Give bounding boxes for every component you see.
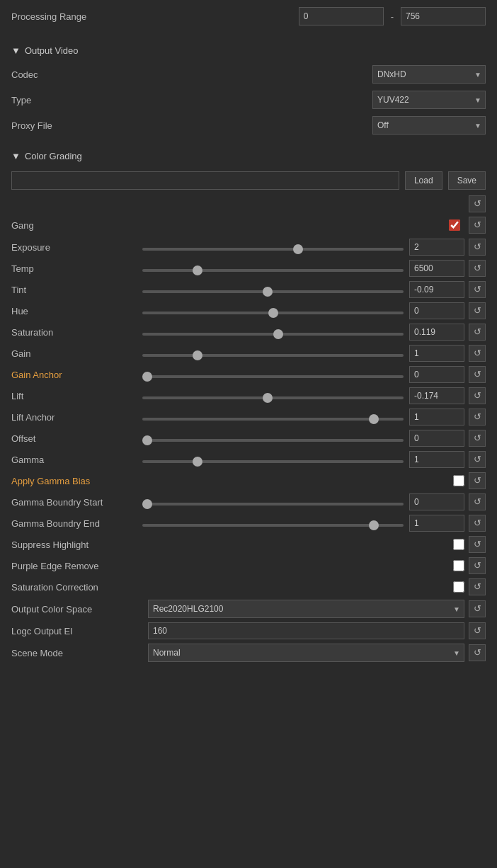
gain-slider[interactable] <box>142 354 404 357</box>
exposure-reset-button[interactable]: ↺ <box>469 239 486 256</box>
saturation-reset-button[interactable]: ↺ <box>469 324 486 341</box>
proxy-file-label: Proxy File <box>11 120 82 131</box>
output-video-header[interactable]: ▼ Output Video <box>0 40 497 62</box>
hue-row: Hue↺ <box>0 300 497 321</box>
output-video-section: Codec DNxHD ProRes H.264 ▼ Type YUV422 Y… <box>0 62 497 138</box>
gamma-value[interactable] <box>409 451 464 468</box>
lift-reset-button[interactable]: ↺ <box>469 387 486 404</box>
saturation-correction-row: Saturation Correction↺ <box>0 576 497 598</box>
tint-slider[interactable] <box>142 290 404 293</box>
codec-label: Codec <box>11 69 82 80</box>
output-color-space-reset-button[interactable]: ↺ <box>469 600 486 617</box>
lift-anchor-value[interactable] <box>409 409 464 426</box>
lift-value[interactable] <box>409 387 464 404</box>
tint-label: Tint <box>11 285 142 295</box>
offset-value[interactable] <box>409 430 464 447</box>
gamma-boundary-end-row: Gamma Boundry End↺ <box>0 513 497 534</box>
hue-reset-button[interactable]: ↺ <box>469 302 486 319</box>
suppress-highlight-checkbox-wrap <box>453 539 464 550</box>
temp-row: Temp↺ <box>0 258 497 279</box>
color-grading-header[interactable]: ▼ Color Grading <box>0 145 497 167</box>
codec-row: Codec DNxHD ProRes H.264 ▼ <box>11 62 486 87</box>
exposure-label: Exposure <box>11 242 142 253</box>
gang-reset-button[interactable]: ↺ <box>469 217 486 234</box>
gamma-boundary-start-label: Gamma Boundry Start <box>11 497 142 508</box>
gain-anchor-value[interactable] <box>409 366 464 383</box>
gamma-boundary-end-slider[interactable] <box>142 524 404 527</box>
hue-value[interactable] <box>409 302 464 319</box>
codec-select[interactable]: DNxHD ProRes H.264 <box>372 65 486 84</box>
apply-gamma-bias-row: Apply Gamma Bias↺ <box>0 470 497 491</box>
apply-gamma-bias-reset-button[interactable]: ↺ <box>469 472 486 489</box>
lift-slider[interactable] <box>142 396 404 399</box>
output-video-arrow: ▼ <box>11 45 21 56</box>
gamma-boundary-start-slider[interactable] <box>142 503 404 506</box>
gamma-boundary-end-reset-button[interactable]: ↺ <box>469 515 486 532</box>
scene-mode-reset-button[interactable]: ↺ <box>469 644 486 661</box>
processing-range-max[interactable] <box>401 7 486 25</box>
save-button[interactable]: Save <box>448 171 486 190</box>
offset-reset-button[interactable]: ↺ <box>469 430 486 447</box>
saturation-row: Saturation↺ <box>0 321 497 343</box>
saturation-label: Saturation <box>11 327 142 338</box>
logc-output-ei-reset-button[interactable]: ↺ <box>469 622 486 639</box>
tint-value[interactable] <box>409 281 464 298</box>
saturation-slider[interactable] <box>142 333 404 336</box>
gamma-boundary-start-value[interactable] <box>409 493 464 510</box>
gang-checkbox[interactable] <box>449 219 460 231</box>
temp-reset-button[interactable]: ↺ <box>469 260 486 277</box>
hue-slider[interactable] <box>142 312 404 314</box>
color-grading-arrow: ▼ <box>11 151 21 161</box>
tint-reset-button[interactable]: ↺ <box>469 281 486 298</box>
temp-slider[interactable] <box>142 269 404 272</box>
gain-anchor-slider[interactable] <box>142 375 404 378</box>
scene-mode-label: Scene Mode <box>11 648 142 658</box>
lift-label: Lift <box>11 391 142 401</box>
apply-gamma-bias-label: Apply Gamma Bias <box>11 476 142 486</box>
offset-slider[interactable] <box>142 439 404 442</box>
proxy-file-select[interactable]: Off On <box>372 116 486 135</box>
suppress-highlight-checkbox[interactable] <box>453 539 464 550</box>
saturation-correction-checkbox[interactable] <box>453 581 464 593</box>
logc-output-ei-label: Logc Output EI <box>11 626 142 636</box>
gain-anchor-label: Gain Anchor <box>11 370 142 380</box>
gamma-boundary-start-reset-button[interactable]: ↺ <box>469 493 486 510</box>
type-select[interactable]: YUV422 YUV420 RGB <box>372 91 486 109</box>
exposure-value[interactable] <box>409 239 464 256</box>
gain-slider-wrap <box>142 348 404 359</box>
top-reset-button[interactable]: ↺ <box>469 195 486 212</box>
logc-output-ei-input <box>148 622 464 639</box>
color-grading-title: Color Grading <box>25 151 82 161</box>
lift-anchor-label: Lift Anchor <box>11 412 142 423</box>
gain-anchor-reset-button[interactable]: ↺ <box>469 366 486 383</box>
gamma-slider[interactable] <box>142 460 404 463</box>
output-color-space-select[interactable]: Rec2020HLG2100 sRGB Rec709 <box>148 600 464 618</box>
purple-edge-remove-reset-button[interactable]: ↺ <box>469 557 486 574</box>
preset-input[interactable] <box>11 171 399 190</box>
tint-slider-wrap <box>142 285 404 295</box>
gamma-boundary-end-value[interactable] <box>409 515 464 532</box>
gain-reset-button[interactable]: ↺ <box>469 345 486 362</box>
lift-row: Lift↺ <box>0 385 497 406</box>
purple-edge-remove-checkbox-wrap <box>453 560 464 571</box>
scene-mode-select[interactable]: Normal Day Night <box>148 644 464 662</box>
lift-anchor-row: Lift Anchor↺ <box>0 406 497 428</box>
saturation-correction-reset-button[interactable]: ↺ <box>469 578 486 595</box>
saturation-value[interactable] <box>409 324 464 341</box>
processing-range-min[interactable] <box>299 7 384 25</box>
load-button[interactable]: Load <box>405 171 442 190</box>
lift-anchor-slider-wrap <box>142 412 404 423</box>
hue-label: Hue <box>11 306 142 316</box>
suppress-highlight-reset-button[interactable]: ↺ <box>469 536 486 553</box>
lift-anchor-slider[interactable] <box>142 418 404 421</box>
purple-edge-remove-checkbox[interactable] <box>453 560 464 571</box>
saturation-slider-wrap <box>142 327 404 338</box>
exposure-slider[interactable] <box>142 248 404 251</box>
temp-value[interactable] <box>409 260 464 277</box>
apply-gamma-bias-checkbox[interactable] <box>453 475 464 486</box>
lift-anchor-reset-button[interactable]: ↺ <box>469 409 486 426</box>
purple-edge-remove-row: Purple Edge Remove↺ <box>0 555 497 576</box>
gamma-reset-button[interactable]: ↺ <box>469 451 486 468</box>
gain-value[interactable] <box>409 345 464 362</box>
gang-label: Gang <box>11 220 449 231</box>
